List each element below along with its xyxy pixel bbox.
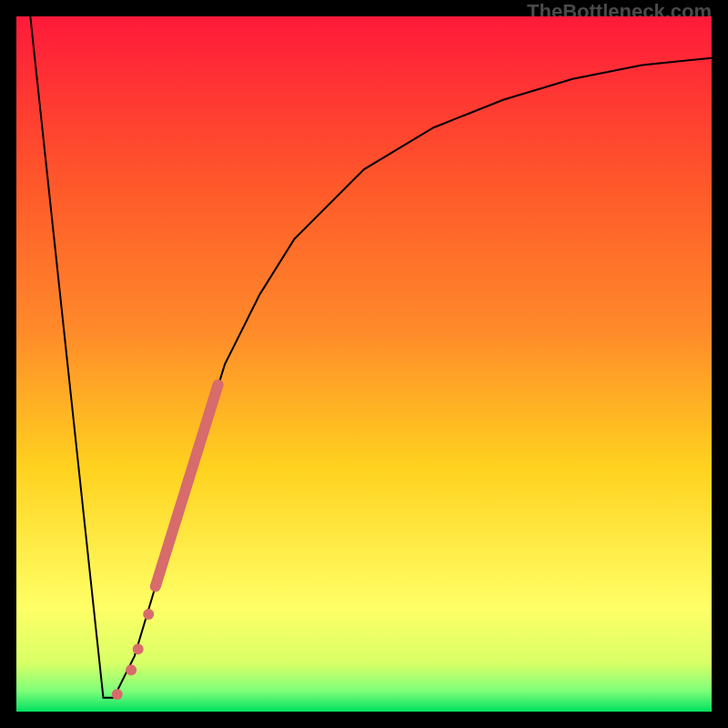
marker-dot xyxy=(133,643,144,654)
marker-dot xyxy=(143,609,154,620)
marker-dot xyxy=(112,689,123,700)
gradient-background xyxy=(16,16,712,712)
marker-dot xyxy=(126,664,136,675)
chart-container: TheBottleneck.com xyxy=(0,0,728,728)
chart-svg xyxy=(16,16,712,712)
